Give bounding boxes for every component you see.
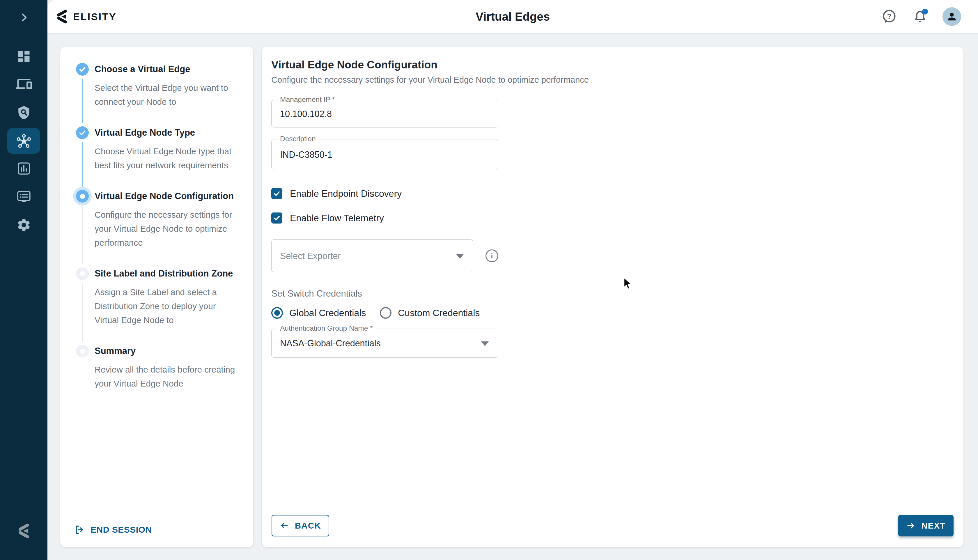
step-upcoming-icon — [76, 345, 89, 357]
radio-label: Global Credentials — [289, 308, 366, 318]
wizard-stepper: Choose a Virtual Edge Select the Virtual… — [60, 47, 253, 391]
content-region: ELISITY Virtual Edges ? — [47, 0, 978, 560]
custom-credentials-radio[interactable]: Custom Credentials — [380, 307, 480, 319]
step-description: Select the Virtual Edge you want to conn… — [95, 81, 243, 109]
dropdown-caret-icon — [456, 254, 464, 258]
enable-flow-telemetry-checkbox[interactable]: Enable Flow Telemetry — [271, 212, 498, 223]
back-button-label: BACK — [295, 521, 321, 531]
back-button[interactable]: BACK — [272, 515, 329, 537]
dropdown-caret-icon — [481, 342, 489, 346]
arrow-right-icon — [906, 521, 915, 530]
radio-selected-icon — [271, 307, 283, 319]
elisity-logo-text: ELISITY — [73, 11, 117, 22]
description-value: IND-C3850-1 — [280, 150, 332, 160]
virtual-edges-hub-icon[interactable] — [16, 133, 32, 149]
devices-icon[interactable] — [16, 76, 32, 92]
logs-console-icon[interactable] — [16, 188, 32, 205]
form-title: Virtual Edge Node Configuration — [271, 59, 953, 71]
elisity-logo-icon — [56, 9, 68, 24]
logout-icon — [74, 525, 85, 535]
authentication-group-dropdown[interactable]: Authentication Group Name * NASA-Global-… — [271, 328, 498, 358]
checkbox-label: Enable Flow Telemetry — [290, 213, 384, 223]
description-label: Description — [277, 135, 318, 143]
step-label: Site Label and Distribution Zone — [95, 267, 243, 280]
description-field[interactable]: Description IND-C3850-1 — [271, 139, 498, 170]
step-choose-virtual-edge[interactable]: Choose a Virtual Edge Select the Virtual… — [76, 63, 243, 109]
select-exporter-dropdown[interactable]: Select Exporter — [271, 239, 473, 272]
step-label: Choose a Virtual Edge — [95, 63, 243, 76]
step-site-label-zone[interactable]: Site Label and Distribution Zone Assign … — [76, 267, 243, 327]
nav-rail — [0, 0, 47, 560]
svg-text:?: ? — [887, 12, 891, 20]
next-button[interactable]: NEXT — [898, 515, 953, 537]
authentication-group-label: Authentication Group Name * — [277, 324, 375, 332]
radio-unselected-icon — [380, 307, 392, 319]
expand-sidebar-icon[interactable] — [16, 9, 32, 26]
help-icon[interactable]: ? — [881, 8, 898, 25]
step-label: Summary — [95, 345, 243, 357]
page-title: Virtual Edges — [476, 10, 550, 23]
end-session-button[interactable]: END SESSION — [74, 525, 152, 535]
radio-label: Custom Credentials — [398, 308, 480, 318]
analytics-icon[interactable] — [16, 160, 32, 177]
app-header: ELISITY Virtual Edges ? — [47, 0, 978, 33]
step-description: Choose Virtual Edge Node type that best … — [95, 144, 243, 172]
global-credentials-radio[interactable]: Global Credentials — [271, 307, 366, 319]
next-button-label: NEXT — [921, 521, 945, 531]
authentication-group-value: NASA-Global-Credentials — [280, 338, 381, 348]
security-shield-icon[interactable] — [16, 105, 32, 121]
configuration-panel: Virtual Edge Node Configuration Configur… — [262, 47, 963, 547]
step-upcoming-icon — [76, 267, 89, 280]
management-ip-field[interactable]: Management IP * 10.100.102.8 — [271, 100, 498, 127]
exporter-info-icon[interactable] — [485, 250, 498, 262]
step-description: Review all the details before creating y… — [95, 363, 243, 391]
stepper-panel: Choose a Virtual Edge Select the Virtual… — [60, 47, 253, 547]
enable-endpoint-discovery-checkbox[interactable]: Enable Endpoint Discovery — [271, 188, 498, 199]
form-subtitle: Configure the necessary settings for you… — [271, 75, 953, 85]
step-active-icon — [76, 190, 89, 203]
elisity-mark-icon — [16, 523, 32, 539]
step-label: Virtual Edge Node Configuration — [95, 190, 243, 203]
notifications-bell-icon[interactable] — [911, 8, 928, 25]
step-label: Virtual Edge Node Type — [95, 126, 243, 139]
header-actions: ? — [881, 0, 961, 33]
user-avatar[interactable] — [943, 7, 961, 26]
step-node-configuration[interactable]: Virtual Edge Node Configuration Configur… — [76, 190, 243, 250]
footer-divider — [262, 498, 963, 498]
management-ip-value: 10.100.102.8 — [280, 108, 332, 119]
end-session-label: END SESSION — [90, 525, 152, 535]
step-node-type[interactable]: Virtual Edge Node Type Choose Virtual Ed… — [76, 126, 243, 172]
checkbox-label: Enable Endpoint Discovery — [290, 188, 402, 199]
settings-gear-icon[interactable] — [16, 217, 32, 233]
checkbox-checked-icon — [271, 212, 282, 223]
checkbox-checked-icon — [271, 188, 282, 199]
notification-dot — [922, 9, 928, 15]
select-exporter-placeholder: Select Exporter — [280, 251, 341, 261]
management-ip-label: Management IP * — [277, 95, 338, 103]
set-switch-credentials-heading: Set Switch Credentials — [271, 288, 498, 299]
step-description: Configure the necessary settings for you… — [95, 208, 243, 250]
elisity-logo: ELISITY — [56, 0, 117, 33]
step-completed-icon — [76, 126, 89, 139]
step-completed-icon — [76, 63, 89, 76]
arrow-left-icon — [280, 521, 289, 530]
step-summary[interactable]: Summary Review all the details before cr… — [76, 345, 243, 391]
dashboard-icon[interactable] — [16, 48, 32, 65]
step-description: Assign a Site Label and select a Distrib… — [95, 285, 243, 327]
virtual-edges-page: ELISITY Virtual Edges ? — [0, 0, 978, 560]
